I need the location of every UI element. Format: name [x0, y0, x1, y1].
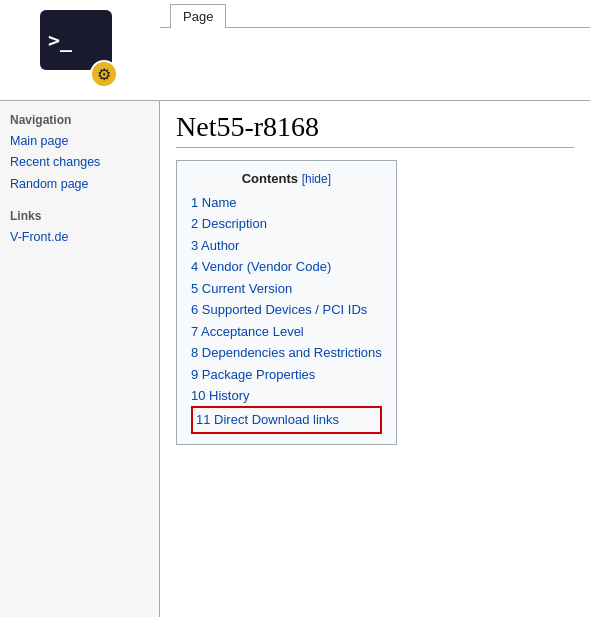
toc-link-4[interactable]: 4 Vendor (Vendor Code) [191, 259, 331, 274]
toc-link-1[interactable]: 1 Name [191, 195, 237, 210]
toc-item-11-highlight: 11 Direct Download links [191, 406, 382, 433]
sidebar-link-random-page[interactable]: Random page [10, 174, 149, 195]
toc-item-1: 1 Name [191, 192, 382, 213]
toc-link-2[interactable]: 2 Description [191, 216, 267, 231]
top-bar: >_ ⚙ Page [0, 0, 590, 101]
table-of-contents: Contents [hide] 1 Name 2 Description 3 A… [176, 160, 397, 445]
contents-hide-link[interactable]: [hide] [302, 172, 331, 186]
sidebar-link-recent-changes[interactable]: Recent changes [10, 152, 149, 173]
toc-link-8[interactable]: 8 Dependencies and Restrictions [191, 345, 382, 360]
contents-label: Contents [242, 171, 298, 186]
toc-list: 1 Name 2 Description 3 Author 4 Vendor (… [191, 192, 382, 434]
toc-item-11: 11 Direct Download links [191, 406, 382, 433]
toc-link-7[interactable]: 7 Acceptance Level [191, 324, 304, 339]
page-wrapper: >_ ⚙ Page Navigation Main page Recent ch… [0, 0, 590, 617]
toc-item-4: 4 Vendor (Vendor Code) [191, 256, 382, 277]
toc-link-3[interactable]: 3 Author [191, 238, 239, 253]
toc-item-7: 7 Acceptance Level [191, 321, 382, 342]
sidebar: Navigation Main page Recent changes Rand… [0, 101, 160, 617]
toc-link-9[interactable]: 9 Package Properties [191, 367, 315, 382]
links-section: Links V-Front.de [10, 209, 149, 248]
terminal-prompt-icon: >_ [48, 28, 72, 52]
toc-item-3: 3 Author [191, 235, 382, 256]
toc-link-10[interactable]: 10 History [191, 388, 250, 403]
nav-section: Navigation Main page Recent changes Rand… [10, 113, 149, 195]
toc-item-2: 2 Description [191, 213, 382, 234]
content-area: Net55-r8168 Contents [hide] 1 Name 2 Des… [160, 101, 590, 617]
toc-link-6[interactable]: 6 Supported Devices / PCI IDs [191, 302, 367, 317]
toc-item-6: 6 Supported Devices / PCI IDs [191, 299, 382, 320]
gear-badge-icon: ⚙ [90, 60, 118, 88]
toc-item-9: 9 Package Properties [191, 364, 382, 385]
main-layout: Navigation Main page Recent changes Rand… [0, 101, 590, 617]
nav-section-title: Navigation [10, 113, 149, 127]
tab-bar: Page [160, 0, 590, 28]
links-section-title: Links [10, 209, 149, 223]
sidebar-link-vfront[interactable]: V-Front.de [10, 227, 149, 248]
toc-link-5[interactable]: 5 Current Version [191, 281, 292, 296]
gear-symbol: ⚙ [97, 65, 111, 84]
sidebar-link-main-page[interactable]: Main page [10, 131, 149, 152]
toc-item-10: 10 History [191, 385, 382, 406]
toc-item-5: 5 Current Version [191, 278, 382, 299]
tab-page[interactable]: Page [170, 4, 226, 28]
page-title: Net55-r8168 [176, 111, 574, 148]
toc-item-8: 8 Dependencies and Restrictions [191, 342, 382, 363]
logo-area: >_ ⚙ [0, 0, 160, 100]
contents-title: Contents [hide] [191, 171, 382, 186]
toc-link-11[interactable]: 11 Direct Download links [196, 412, 339, 427]
logo-icon: >_ ⚙ [40, 10, 120, 90]
